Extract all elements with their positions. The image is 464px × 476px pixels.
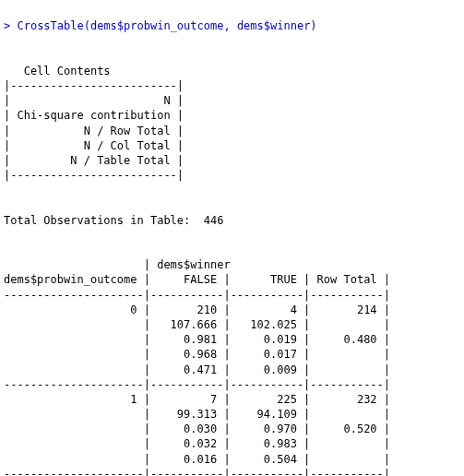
console-command: CrossTable(dems$probwin_outcome, dems$wi… [17, 19, 316, 32]
console-output: Cell Contents |-------------------------… [4, 50, 397, 476]
console-prompt: > [4, 19, 10, 32]
